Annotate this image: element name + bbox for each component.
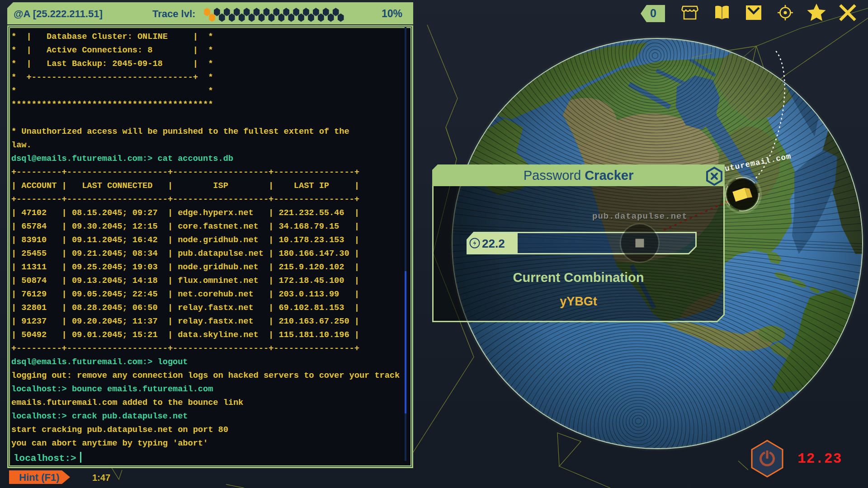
svg-text:0: 0 (650, 7, 656, 19)
